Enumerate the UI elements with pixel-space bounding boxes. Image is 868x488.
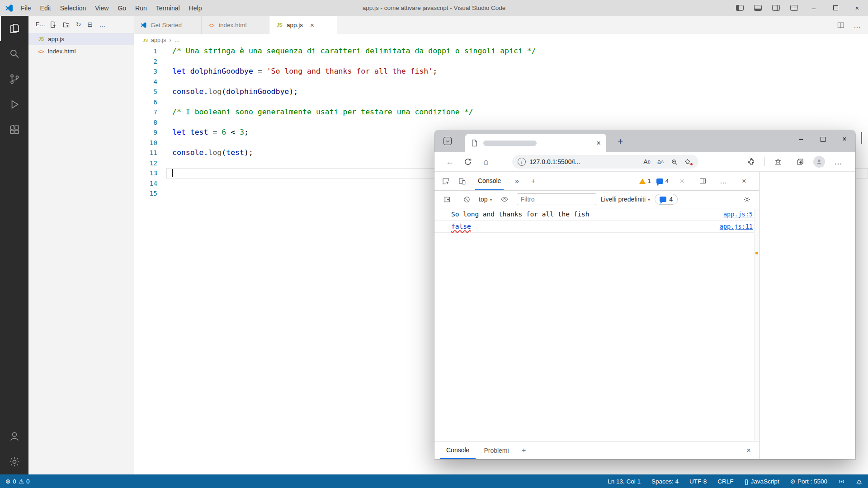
code-line[interactable]: 3let dolphinGoodbye = 'So long and thank… xyxy=(134,66,868,77)
menu-item[interactable]: File xyxy=(16,0,36,16)
collapse-folders-icon[interactable]: ⊟ xyxy=(88,21,93,28)
log-levels-selector[interactable]: Livelli predefiniti ▾ xyxy=(601,196,651,203)
source-control-icon[interactable] xyxy=(0,66,28,92)
browser-maximize-button[interactable] xyxy=(812,130,834,148)
broadcast-icon[interactable] xyxy=(838,478,845,485)
code-line[interactable]: 1/* Una stringa è una sequenza di caratt… xyxy=(134,46,868,56)
home-icon[interactable]: ⌂ xyxy=(477,154,495,170)
profile-avatar[interactable] xyxy=(813,156,825,168)
drawer-add-icon[interactable]: + xyxy=(517,446,531,455)
code-line[interactable]: 2 xyxy=(134,56,868,67)
zoom-icon[interactable] xyxy=(669,159,679,165)
console-sidebar-icon[interactable] xyxy=(439,192,454,207)
new-file-icon[interactable] xyxy=(50,21,57,28)
devtools-close-icon[interactable]: × xyxy=(736,174,752,189)
favorite-star-icon[interactable] xyxy=(682,158,693,165)
extensions-puzzle-icon[interactable] xyxy=(742,154,760,170)
toggle-secondary-sidebar-icon[interactable] xyxy=(767,0,785,16)
problems-indicator[interactable]: ⊗ 0 ⚠ 0 xyxy=(5,478,29,485)
tab-app-js[interactable]: app.js × xyxy=(269,16,337,34)
drawer-close-icon[interactable]: × xyxy=(746,446,754,455)
new-folder-icon[interactable] xyxy=(63,21,70,28)
devtools-tab-console[interactable]: Console xyxy=(475,172,504,190)
split-editor-icon[interactable] xyxy=(837,22,844,29)
tab-close-icon[interactable]: × xyxy=(596,139,601,148)
more-actions-icon[interactable]: … xyxy=(99,21,105,28)
notifications-bell-icon[interactable] xyxy=(856,478,863,485)
settings-gear-icon[interactable] xyxy=(0,449,28,474)
favorites-bar-icon[interactable] xyxy=(769,154,787,170)
live-expression-eye-icon[interactable] xyxy=(497,192,512,207)
language-mode[interactable]: {} JavaScript xyxy=(745,478,779,485)
collections-icon[interactable] xyxy=(791,154,809,170)
indentation[interactable]: Spaces: 4 xyxy=(651,478,679,485)
menu-item[interactable]: Terminal xyxy=(151,0,184,16)
devtools-settings-icon[interactable] xyxy=(674,174,689,189)
console-filter-input[interactable] xyxy=(517,193,596,205)
file-row-app-js[interactable]: app.js xyxy=(28,33,134,45)
tab-index-html[interactable]: index.html xyxy=(202,16,269,34)
code-line[interactable]: 7/* I booleani sono generalmente usati p… xyxy=(134,107,868,117)
messages-badge[interactable]: 4 xyxy=(656,178,669,184)
refresh-icon[interactable] xyxy=(459,154,477,170)
source-link[interactable]: app.js:5 xyxy=(723,211,753,218)
context-selector[interactable]: top ▾ xyxy=(479,196,492,203)
clear-console-icon[interactable] xyxy=(459,192,474,207)
browser-close-button[interactable]: × xyxy=(834,130,855,148)
vscode-close-button[interactable]: × xyxy=(846,0,868,16)
drawer-tab-problemi[interactable]: Problemi xyxy=(477,441,515,459)
back-icon[interactable]: ← xyxy=(441,154,459,170)
tab-actions-icon[interactable] xyxy=(443,137,452,145)
drawer-tab-console[interactable]: Console xyxy=(440,441,476,459)
run-debug-icon[interactable] xyxy=(0,92,28,117)
new-tab-icon[interactable]: + xyxy=(613,135,627,148)
code-line[interactable]: 5console.log(dolphinGoodbye); xyxy=(134,87,868,97)
account-icon[interactable] xyxy=(0,424,28,449)
encoding[interactable]: UTF-8 xyxy=(689,478,707,485)
file-row-index-html[interactable]: index.html xyxy=(28,45,134,57)
menu-item[interactable]: Selection xyxy=(56,0,91,16)
vscode-minimize-button[interactable]: – xyxy=(803,0,825,16)
warnings-badge[interactable]: 1 xyxy=(639,178,651,184)
add-tab-icon[interactable]: + xyxy=(525,174,541,189)
browser-tab[interactable]: × xyxy=(465,134,606,152)
site-info-icon[interactable]: i xyxy=(518,158,526,166)
menu-item[interactable]: View xyxy=(90,0,113,16)
breadcrumb-file[interactable]: app.js xyxy=(151,37,166,43)
refresh-icon[interactable]: ↻ xyxy=(76,21,81,28)
page-viewport[interactable] xyxy=(760,172,855,459)
explorer-icon[interactable] xyxy=(0,16,28,41)
close-icon[interactable]: × xyxy=(310,21,314,29)
url-text[interactable]: 127.0.0.1:5500/i... xyxy=(529,158,580,165)
browser-minimize-button[interactable]: – xyxy=(790,130,812,148)
cursor-position[interactable]: Ln 13, Col 1 xyxy=(608,478,641,485)
menu-item[interactable]: Edit xyxy=(36,0,56,16)
editor-more-icon[interactable]: … xyxy=(854,21,861,29)
read-aloud-icon[interactable]: A)) xyxy=(642,158,652,165)
tab-get-started[interactable]: Get Started xyxy=(134,16,202,34)
source-link[interactable]: app.js:11 xyxy=(720,223,753,230)
dock-side-icon[interactable] xyxy=(695,174,710,189)
customize-layout-icon[interactable] xyxy=(785,0,803,16)
console-settings-icon[interactable] xyxy=(739,192,755,207)
device-toolbar-icon[interactable] xyxy=(454,174,470,189)
inspect-icon[interactable] xyxy=(438,174,453,189)
extensions-icon[interactable] xyxy=(0,117,28,142)
breadcrumb[interactable]: JS app.js › … xyxy=(134,34,868,46)
vscode-maximize-button[interactable] xyxy=(825,0,846,16)
menu-item[interactable]: Run xyxy=(131,0,151,16)
breadcrumb-more[interactable]: … xyxy=(175,37,180,43)
toolbar-messages-badge[interactable]: 4 xyxy=(655,194,678,205)
code-line[interactable]: 4 xyxy=(134,77,868,87)
devtools-scrollbar[interactable] xyxy=(754,209,759,441)
menu-item[interactable]: Go xyxy=(113,0,131,16)
browser-more-icon[interactable]: … xyxy=(829,154,847,170)
code-line[interactable]: 8 xyxy=(134,117,868,128)
toggle-sidebar-icon[interactable] xyxy=(731,0,749,16)
eol-sequence[interactable]: CRLF xyxy=(717,478,733,485)
translate-icon[interactable]: aA xyxy=(655,158,666,165)
live-server-port[interactable]: ⊘ Port : 5500 xyxy=(790,478,827,485)
address-bar[interactable]: i 127.0.0.1:5500/i... A)) aA xyxy=(512,155,698,169)
menu-item[interactable]: Help xyxy=(184,0,207,16)
code-line[interactable]: 6 xyxy=(134,97,868,108)
